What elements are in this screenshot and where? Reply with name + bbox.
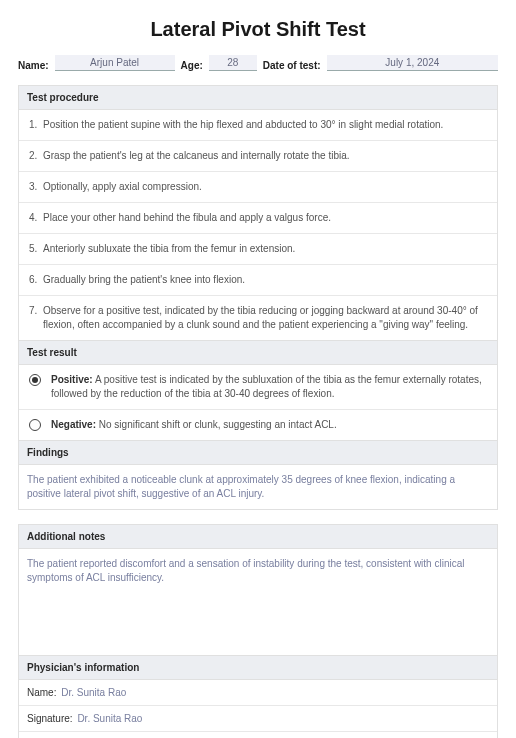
radio-negative[interactable] <box>29 419 41 431</box>
result-negative-row[interactable]: Negative: No significant shift or clunk,… <box>19 410 497 440</box>
additional-notes-text[interactable]: The patient reported discomfort and a se… <box>19 549 497 655</box>
radio-positive[interactable] <box>29 374 41 386</box>
date-of-test-label: Date of test: <box>263 60 321 71</box>
procedure-step-text: Optionally, apply axial compression. <box>43 180 487 194</box>
procedure-step-number: 4. <box>29 211 43 225</box>
name-input[interactable]: Arjun Patel <box>55 55 175 71</box>
additional-notes-heading: Additional notes <box>19 525 497 549</box>
procedure-step-number: 5. <box>29 242 43 256</box>
procedure-step-text: Gradually bring the patient's knee into … <box>43 273 487 287</box>
procedure-step: 5.Anteriorly subluxate the tibia from th… <box>19 234 497 265</box>
procedure-step-number: 3. <box>29 180 43 194</box>
result-positive-label: Positive: <box>51 374 93 385</box>
result-negative-desc: No significant shift or clunk, suggestin… <box>96 419 337 430</box>
procedure-step: 7.Observe for a positive test, indicated… <box>19 296 497 340</box>
test-result-heading: Test result <box>19 341 497 365</box>
page-title: Lateral Pivot Shift Test <box>18 18 498 41</box>
findings-heading: Findings <box>19 441 497 465</box>
age-input[interactable]: 28 <box>209 55 257 71</box>
result-negative-text: Negative: No significant shift or clunk,… <box>51 418 487 432</box>
physician-name-row: Name: Dr. Sunita Rao <box>19 680 497 706</box>
additional-notes-section: Additional notes The patient reported di… <box>18 524 498 656</box>
procedure-step-number: 2. <box>29 149 43 163</box>
physician-signature-label: Signature: <box>27 713 73 724</box>
physician-signature-value[interactable]: Dr. Sunita Rao <box>77 713 142 724</box>
physician-name-value[interactable]: Dr. Sunita Rao <box>61 687 126 698</box>
procedure-step: 6.Gradually bring the patient's knee int… <box>19 265 497 296</box>
findings-section: Findings The patient exhibited a noticea… <box>18 441 498 510</box>
physician-signature-row: Signature: Dr. Sunita Rao <box>19 706 497 732</box>
physician-info-heading: Physician's information <box>19 656 497 680</box>
procedure-step: 1.Position the patient supine with the h… <box>19 110 497 141</box>
physician-info-section: Physician's information Name: Dr. Sunita… <box>18 656 498 738</box>
procedure-step-text: Position the patient supine with the hip… <box>43 118 487 132</box>
test-procedure-section: Test procedure 1.Position the patient su… <box>18 85 498 341</box>
procedure-step-text: Observe for a positive test, indicated b… <box>43 304 487 332</box>
physician-date-row: Date: July 1, 2024 <box>19 732 497 738</box>
result-negative-label: Negative: <box>51 419 96 430</box>
result-positive-desc: A positive test is indicated by the subl… <box>51 374 482 399</box>
date-of-test-input[interactable]: July 1, 2024 <box>327 55 498 71</box>
result-positive-row[interactable]: Positive: A positive test is indicated b… <box>19 365 497 410</box>
procedure-step: 4.Place your other hand behind the fibul… <box>19 203 497 234</box>
findings-text[interactable]: The patient exhibited a noticeable clunk… <box>19 465 497 509</box>
procedure-step-number: 7. <box>29 304 43 332</box>
procedure-step-number: 6. <box>29 273 43 287</box>
test-procedure-heading: Test procedure <box>19 86 497 110</box>
header-fields: Name: Arjun Patel Age: 28 Date of test: … <box>18 55 498 71</box>
procedure-step-text: Grasp the patient's leg at the calcaneus… <box>43 149 487 163</box>
test-result-section: Test result Positive: A positive test is… <box>18 341 498 441</box>
procedure-step-text: Place your other hand behind the fibula … <box>43 211 487 225</box>
procedure-step: 2.Grasp the patient's leg at the calcane… <box>19 141 497 172</box>
name-label: Name: <box>18 60 49 71</box>
physician-name-label: Name: <box>27 687 56 698</box>
procedure-step-text: Anteriorly subluxate the tibia from the … <box>43 242 487 256</box>
procedure-step-number: 1. <box>29 118 43 132</box>
procedure-step: 3.Optionally, apply axial compression. <box>19 172 497 203</box>
age-label: Age: <box>181 60 203 71</box>
result-positive-text: Positive: A positive test is indicated b… <box>51 373 487 401</box>
